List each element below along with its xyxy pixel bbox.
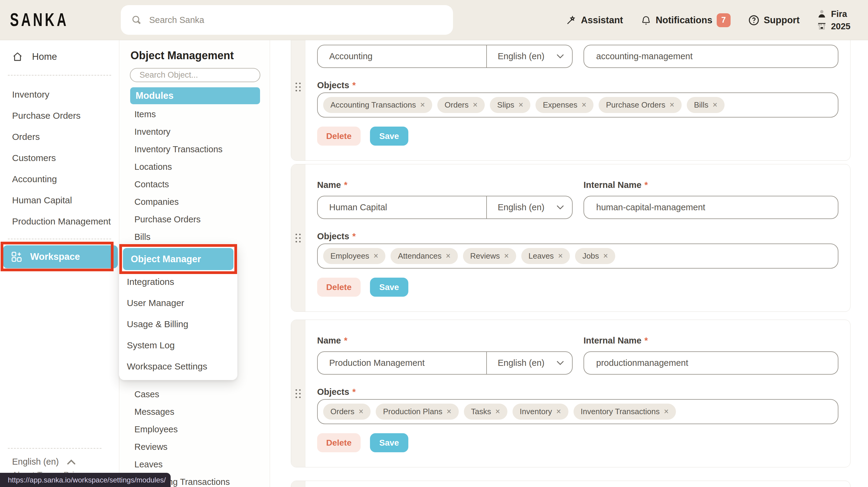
settings-item-reviews[interactable]: Reviews: [119, 438, 270, 456]
wand-icon: [566, 15, 577, 26]
save-button[interactable]: Save: [370, 127, 408, 146]
name-input[interactable]: Human Capital: [318, 196, 486, 218]
remove-icon[interactable]: ×: [374, 251, 378, 261]
object-chip: Jobs×: [575, 248, 615, 264]
remove-icon[interactable]: ×: [712, 100, 717, 110]
menu-item-integrations[interactable]: Integrations: [119, 271, 238, 293]
objects-label: Objects*: [317, 232, 356, 241]
settings-item-companies[interactable]: Companies: [119, 193, 270, 211]
required-marker: *: [344, 336, 347, 345]
objects-multiselect[interactable]: Accounting Transactions× Orders× Slips× …: [317, 92, 838, 118]
internal-name-label: Internal Name*: [584, 336, 648, 345]
sidebar-item-workspace[interactable]: Workspace: [3, 245, 118, 268]
sanka-logo: SANKA: [10, 9, 68, 30]
menu-item-usage-billing[interactable]: Usage & Billing: [119, 313, 238, 335]
card-gutter: [291, 40, 305, 160]
save-button[interactable]: Save: [370, 278, 408, 297]
notifications-button[interactable]: Notifications 7: [641, 13, 731, 27]
objects-multiselect[interactable]: Employees× Attendances× Reviews× Leaves×…: [317, 243, 838, 269]
internal-name-input[interactable]: productionmanagement: [584, 352, 838, 375]
module-card-accounting: Name* Internal Name* Accounting English …: [291, 40, 850, 161]
delete-button[interactable]: Delete: [317, 127, 361, 146]
settings-item-bills[interactable]: Bills: [119, 228, 270, 246]
remove-icon[interactable]: ×: [420, 100, 425, 110]
remove-icon[interactable]: ×: [359, 407, 363, 416]
settings-item-inventory[interactable]: Inventory: [119, 123, 270, 141]
settings-sidebar-title: Object Management: [130, 49, 234, 62]
delete-button[interactable]: Delete: [317, 278, 361, 297]
notifications-count-badge: 7: [717, 13, 731, 27]
name-field-group: Human Capital English (en): [317, 196, 572, 219]
remove-icon[interactable]: ×: [664, 407, 669, 416]
sidebar-item-customers[interactable]: Customers: [0, 147, 119, 169]
global-search-input[interactable]: Search Sanka: [121, 5, 453, 35]
divider: [8, 239, 111, 239]
sidebar-item-orders[interactable]: Orders: [0, 126, 119, 147]
internal-name-input[interactable]: human-capital-management: [584, 196, 838, 219]
object-chip: Inventory Transactions×: [574, 404, 676, 420]
name-input[interactable]: Production Management: [318, 352, 486, 374]
user-menu[interactable]: Fira 2025: [817, 9, 850, 31]
remove-icon[interactable]: ×: [556, 407, 561, 416]
drag-handle-icon[interactable]: [296, 389, 301, 398]
remove-icon[interactable]: ×: [473, 100, 478, 110]
name-input[interactable]: Accounting: [318, 45, 486, 67]
divider: [8, 75, 111, 75]
settings-item-employees[interactable]: Employees: [119, 421, 270, 438]
settings-item-locations[interactable]: Locations: [119, 158, 270, 176]
language-select[interactable]: English (en): [486, 45, 572, 67]
settings-item-messages[interactable]: Messages: [119, 403, 270, 421]
card-gutter: [291, 164, 305, 311]
object-chip: Attendances×: [391, 248, 458, 264]
remove-icon[interactable]: ×: [558, 251, 563, 261]
remove-icon[interactable]: ×: [582, 100, 587, 110]
sidebar-item-inventory[interactable]: Inventory: [0, 84, 119, 105]
assistant-button[interactable]: Assistant: [566, 15, 623, 26]
remove-icon[interactable]: ×: [446, 251, 451, 261]
menu-item-object-manager[interactable]: Object Manager: [123, 248, 234, 270]
object-chip: Purchase Orders×: [598, 97, 681, 113]
objects-multiselect[interactable]: Orders× Production Plans× Tasks× Invento…: [317, 399, 838, 424]
sidebar-item-purchase-orders[interactable]: Purchase Orders: [0, 105, 119, 126]
settings-item-purchase-orders[interactable]: Purchase Orders: [119, 211, 270, 228]
language-select[interactable]: English (en): [486, 352, 572, 374]
settings-item-contacts[interactable]: Contacts: [119, 176, 270, 193]
sidebar-item-production-management[interactable]: Production Management: [0, 211, 119, 232]
support-button[interactable]: Support: [748, 14, 800, 26]
remove-icon[interactable]: ×: [504, 251, 509, 261]
object-chip: Tasks×: [464, 404, 507, 420]
drag-handle-icon[interactable]: [296, 83, 301, 91]
remove-icon[interactable]: ×: [670, 100, 674, 110]
sidebar-item-human-capital[interactable]: Human Capital: [0, 190, 119, 211]
remove-icon[interactable]: ×: [495, 407, 500, 416]
object-chip: Accounting Transactions×: [323, 97, 432, 113]
settings-item-inventory-transactions[interactable]: Inventory Transactions: [119, 141, 270, 158]
object-search-input[interactable]: Search Object...: [130, 68, 260, 82]
drag-handle-icon[interactable]: [296, 234, 301, 242]
workspace-grid-plus-icon: [11, 251, 22, 263]
module-card-production-management: Name* Internal Name* Production Manageme…: [291, 319, 850, 467]
delete-button[interactable]: Delete: [317, 433, 361, 452]
user-name: Fira: [831, 9, 847, 19]
settings-item-leaves[interactable]: Leaves: [119, 456, 270, 473]
language-select[interactable]: English (en): [486, 196, 572, 218]
card-gutter: [291, 320, 305, 467]
settings-item-items[interactable]: Items: [119, 105, 270, 123]
workspace-menu-list: Integrations User Manager Usage & Billin…: [119, 271, 238, 377]
settings-item-modules-selected[interactable]: Modules: [130, 87, 260, 104]
settings-item-cases[interactable]: Cases: [119, 386, 270, 403]
objects-label: Objects*: [317, 80, 356, 90]
language-switcher[interactable]: English (en): [12, 457, 76, 467]
menu-item-user-manager[interactable]: User Manager: [119, 293, 238, 313]
bell-icon: [641, 15, 651, 26]
save-button[interactable]: Save: [370, 433, 408, 452]
name-label: Name*: [317, 180, 347, 190]
menu-item-system-log[interactable]: System Log: [119, 335, 238, 356]
sidebar-item-home[interactable]: Home: [12, 45, 57, 68]
remove-icon[interactable]: ×: [603, 251, 608, 261]
internal-name-input[interactable]: accounting-management: [584, 45, 838, 68]
remove-icon[interactable]: ×: [447, 407, 452, 416]
sidebar-item-accounting[interactable]: Accounting: [0, 169, 119, 190]
remove-icon[interactable]: ×: [519, 100, 523, 110]
menu-item-workspace-settings[interactable]: Workspace Settings: [119, 356, 238, 377]
